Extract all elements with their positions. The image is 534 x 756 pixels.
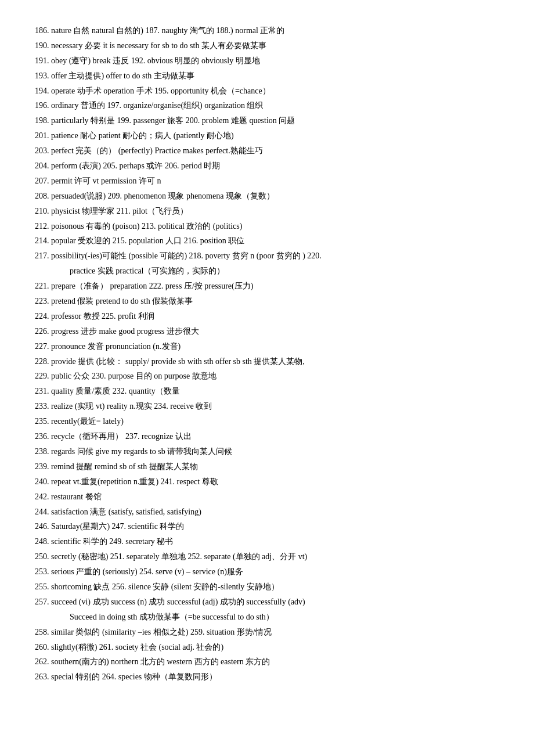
vocabulary-line: 191. obey (遵守) break 违反 192. obvious 明显的… [35,53,499,69]
vocabulary-line: 236. recycle（循环再用） 237. recognize 认出 [35,429,499,444]
vocabulary-line: 244. satisfaction 满意 (satisfy, satisfied… [35,505,499,520]
vocabulary-line: 228. provide 提供 (比较： supply/ provide sb … [35,354,499,369]
vocabulary-line: 240. repeat vt.重复(repetition n.重复) 241. … [35,474,499,489]
vocabulary-line: 190. necessary 必要 it is necessary for sb… [35,38,499,53]
vocabulary-line: 204. perform (表演) 205. perhaps 或许 206. p… [35,159,499,174]
vocabulary-line: 257. succeed (vi) 成功 success (n) 成功 succ… [35,595,499,610]
vocabulary-line: 235. recently(最近= lately) [35,414,499,429]
vocabulary-line: 227. pronounce 发音 pronunciation (n.发音) [35,339,499,354]
vocabulary-line: 221. prepare（准备） preparation 222. press … [35,279,499,294]
vocabulary-line: 210. physicist 物理学家 211. pilot（飞行员） [35,204,499,219]
vocabulary-line: 198. particularly 特别是 199. passenger 旅客 … [35,113,499,128]
vocabulary-line: 233. realize (实现 vt) reality n.现实 234. r… [35,399,499,414]
vocabulary-line: 253. serious 严重的 (seriously) 254. serve … [35,564,499,579]
vocabulary-line: 186. nature 自然 natural 自然的) 187. naughty… [35,23,499,38]
vocabulary-line: 231. quality 质量/素质 232. quantity（数量 [35,384,499,399]
vocabulary-line: 262. southern(南方的) northern 北方的 western … [35,654,499,669]
vocabulary-line: 214. popular 受欢迎的 215. population 人口 216… [35,233,499,249]
vocabulary-line: practice 实践 practical（可实施的，实际的） [35,264,499,279]
vocabulary-line: 207. permit 许可 vt permission 许可 n [35,174,499,189]
vocabulary-line: 242. restaurant 餐馆 [35,489,499,505]
vocabulary-line: 223. pretend 假装 pretend to do sth 假装做某事 [35,294,499,309]
vocabulary-line: 224. professor 教授 225. profit 利润 [35,309,499,324]
vocabulary-line: 203. perfect 完美（的） (perfectly) Practice … [35,143,499,159]
vocabulary-line: 208. persuaded(说服) 209. phenomenon 现象 ph… [35,189,499,204]
vocabulary-line: 260. slightly(稍微) 261. society 社会 (socia… [35,640,499,655]
vocabulary-line: Succeed in doing sth 成功做某事（=be successfu… [35,610,499,625]
vocabulary-line: 239. remind 提醒 remind sb of sth 提醒某人某物 [35,459,499,474]
vocabulary-line: 248. scientific 科学的 249. secretary 秘书 [35,534,499,549]
vocabulary-line: 201. patience 耐心 patient 耐心的；病人 (patient… [35,128,499,143]
vocabulary-line: 217. possibility(-ies)可能性 (possible 可能的)… [35,249,499,264]
vocabulary-line: 250. secretly (秘密地) 251. separately 单独地 … [35,549,499,564]
vocabulary-line: 255. shortcoming 缺点 256. silence 安静 (sil… [35,579,499,595]
vocabulary-line: 258. similar 类似的 (similarity –ies 相似之处) … [35,625,499,640]
vocabulary-line: 193. offer 主动提供) offer to do sth 主动做某事 [35,69,499,84]
vocabulary-line: 238. regards 问候 give my regards to sb 请带… [35,444,499,459]
vocabulary-line: 196. ordinary 普通的 197. organize/organise… [35,98,499,113]
vocabulary-line: 263. special 特别的 264. species 物种（单复数同形） [35,669,499,685]
vocabulary-line: 194. operate 动手术 operation 手术 195. oppor… [35,84,499,99]
main-content: 186. nature 自然 natural 自然的) 187. naughty… [35,23,499,685]
vocabulary-line: 246. Saturday(星期六) 247. scientific 科学的 [35,519,499,534]
vocabulary-line: 229. public 公众 230. purpose 目的 on purpos… [35,369,499,384]
vocabulary-line: 226. progress 进步 make good progress 进步很大 [35,324,499,339]
vocabulary-line: 212. poisonous 有毒的 (poison) 213. politic… [35,219,499,234]
